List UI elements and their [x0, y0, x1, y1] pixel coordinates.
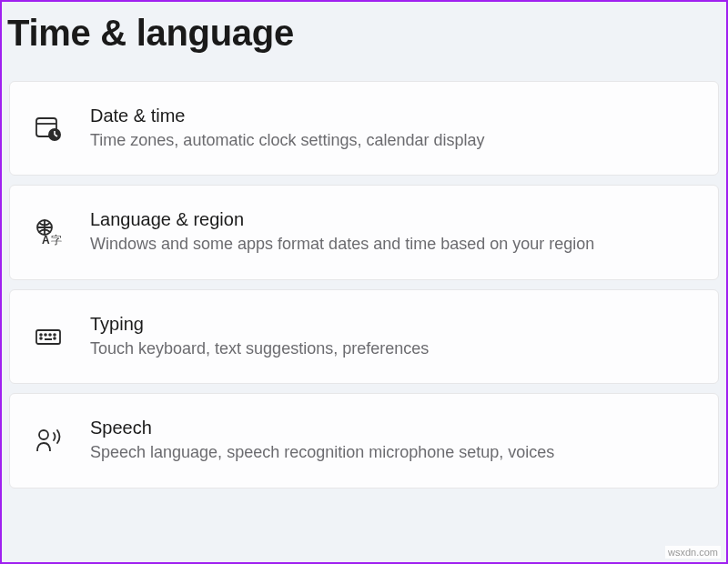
setting-title: Date & time [90, 106, 485, 126]
svg-point-14 [54, 337, 56, 339]
setting-title: Speech [90, 418, 554, 438]
svg-rect-8 [36, 330, 60, 344]
setting-description: Windows and some apps format dates and t… [90, 234, 594, 255]
setting-description: Touch keyboard, text suggestions, prefer… [90, 338, 429, 359]
setting-typing[interactable]: Typing Touch keyboard, text suggestions,… [9, 289, 719, 384]
setting-speech[interactable]: Speech Speech language, speech recogniti… [9, 393, 719, 488]
speech-icon [32, 424, 65, 457]
svg-point-11 [49, 334, 51, 336]
svg-text:字: 字 [51, 234, 62, 247]
svg-point-10 [45, 334, 46, 336]
setting-title: Language & region [90, 209, 594, 230]
setting-text: Date & time Time zones, automatic clock … [90, 106, 485, 151]
setting-text: Language & region Windows and some apps … [90, 209, 594, 255]
setting-text: Typing Touch keyboard, text suggestions,… [90, 314, 429, 359]
calendar-clock-icon [32, 112, 65, 145]
setting-language-region[interactable]: A 字 Language & region Windows and some a… [9, 185, 719, 279]
setting-description: Speech language, speech recognition micr… [90, 442, 554, 463]
keyboard-icon [32, 320, 65, 353]
globe-language-icon: A 字 [32, 217, 65, 249]
svg-point-9 [40, 334, 42, 336]
svg-text:A: A [42, 234, 50, 247]
setting-description: Time zones, automatic clock settings, ca… [90, 130, 485, 151]
svg-point-12 [54, 334, 56, 336]
settings-list: Date & time Time zones, automatic clock … [2, 81, 726, 488]
setting-title: Typing [90, 314, 429, 335]
svg-point-13 [40, 337, 42, 339]
watermark: wsxdn.com [665, 546, 721, 559]
setting-date-time[interactable]: Date & time Time zones, automatic clock … [9, 81, 719, 176]
svg-point-16 [39, 430, 48, 439]
page-title: Time & language [2, 2, 726, 81]
setting-text: Speech Speech language, speech recogniti… [90, 418, 554, 463]
